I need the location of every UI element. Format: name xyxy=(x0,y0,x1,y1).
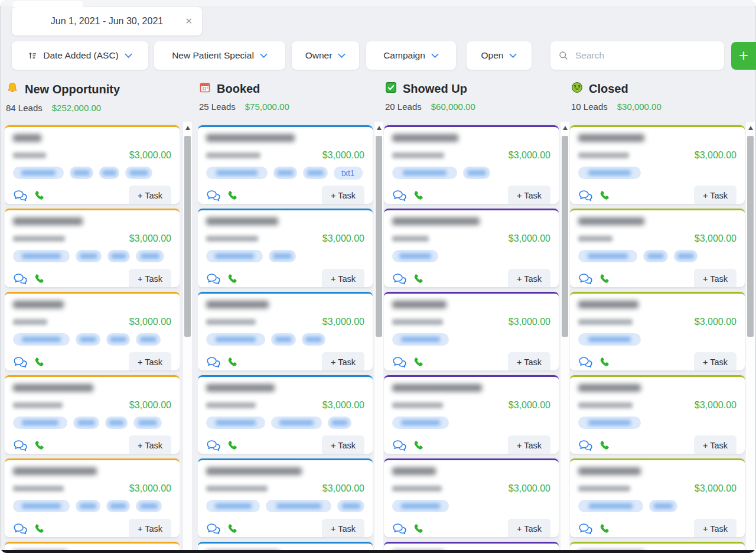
lead-card[interactable]: $3,000.00+ Task xyxy=(570,458,745,537)
chat-icon[interactable] xyxy=(206,356,221,369)
close-icon[interactable]: ✕ xyxy=(185,16,193,27)
chat-icon[interactable] xyxy=(13,440,28,452)
add-task-button[interactable]: + Task xyxy=(129,519,171,537)
phone-icon[interactable] xyxy=(412,190,425,202)
column-scrollbar[interactable] xyxy=(746,122,755,553)
owner-filter-dropdown[interactable]: Owner xyxy=(292,41,359,70)
lead-card[interactable]: $3,000.00+ Task xyxy=(384,375,559,454)
phone-icon[interactable] xyxy=(598,523,611,535)
add-task-button[interactable]: + Task xyxy=(129,186,171,204)
lead-card[interactable]: $3,000.00+ Task xyxy=(198,458,373,537)
lead-card[interactable]: $3,000.00+ Task xyxy=(198,292,373,370)
chat-icon[interactable] xyxy=(13,523,28,535)
chat-icon[interactable] xyxy=(206,273,221,285)
add-task-button[interactable]: + Task xyxy=(322,269,364,287)
lead-card[interactable]: $3,000.00+ Task xyxy=(5,458,180,537)
add-task-button[interactable]: + Task xyxy=(508,435,550,454)
chat-icon[interactable] xyxy=(578,273,593,285)
lead-card[interactable]: $3,000.00+ Task xyxy=(5,125,180,204)
add-task-button[interactable]: + Task xyxy=(694,352,737,370)
chat-icon[interactable] xyxy=(578,440,593,452)
chat-icon[interactable] xyxy=(392,190,407,202)
scrollbar-thumb[interactable] xyxy=(184,136,191,337)
scroll-up-arrow-icon[interactable] xyxy=(377,126,382,130)
lead-card[interactable]: $3,000.00+ Task xyxy=(570,209,745,287)
date-range-chip[interactable]: Jun 1, 2021 - Jun 30, 2021 ✕ xyxy=(12,7,202,35)
phone-icon[interactable] xyxy=(33,356,45,369)
lead-card[interactable]: $3,000.00+ Task xyxy=(198,209,373,287)
phone-icon[interactable] xyxy=(33,273,45,285)
chat-icon[interactable] xyxy=(206,190,221,202)
lead-card[interactable]: $3,000.00txt1+ Task xyxy=(198,125,373,204)
add-task-button[interactable]: + Task xyxy=(508,519,550,537)
column-scrollbar[interactable] xyxy=(374,122,383,553)
chat-icon[interactable] xyxy=(13,190,28,202)
scrollbar-thumb[interactable] xyxy=(747,136,754,337)
add-task-button[interactable]: + Task xyxy=(322,435,364,454)
add-task-button[interactable]: + Task xyxy=(694,269,737,287)
phone-icon[interactable] xyxy=(598,440,611,452)
add-task-button[interactable]: + Task xyxy=(129,269,171,287)
add-task-button[interactable]: + Task xyxy=(322,352,364,370)
add-task-button[interactable]: + Task xyxy=(694,435,737,454)
add-task-button[interactable]: + Task xyxy=(129,435,171,454)
chat-icon[interactable] xyxy=(392,523,407,535)
chat-icon[interactable] xyxy=(206,440,221,452)
scrollbar-thumb[interactable] xyxy=(562,136,568,337)
phone-icon[interactable] xyxy=(226,190,239,202)
phone-icon[interactable] xyxy=(33,440,45,452)
add-task-button[interactable]: + Task xyxy=(508,186,550,204)
add-task-button[interactable]: + Task xyxy=(508,269,550,287)
scroll-up-arrow-icon[interactable] xyxy=(563,126,568,130)
column-scrollbar[interactable] xyxy=(183,122,192,553)
phone-icon[interactable] xyxy=(412,356,425,369)
lead-card[interactable]: $3,000.00+ Task xyxy=(384,125,559,204)
phone-icon[interactable] xyxy=(412,440,425,452)
campaign-filter-dropdown[interactable]: Campaign xyxy=(366,41,456,70)
add-task-button[interactable]: + Task xyxy=(694,186,737,204)
phone-icon[interactable] xyxy=(598,356,611,369)
lead-card[interactable]: $3,000.00+ Task xyxy=(570,292,745,370)
lead-card[interactable]: $3,000.00+ Task xyxy=(570,375,745,454)
add-task-button[interactable]: + Task xyxy=(694,519,737,537)
lead-card[interactable]: $3,000.00+ Task xyxy=(5,375,180,454)
chat-icon[interactable] xyxy=(578,356,593,369)
phone-icon[interactable] xyxy=(412,273,425,285)
phone-icon[interactable] xyxy=(412,523,425,535)
lead-card[interactable]: $3,000.00+ Task xyxy=(384,458,559,537)
lead-card[interactable]: $3,000.00+ Task xyxy=(384,209,559,287)
phone-icon[interactable] xyxy=(226,273,239,285)
lead-card[interactable]: $3,000.00+ Task xyxy=(198,375,373,454)
phone-icon[interactable] xyxy=(226,440,239,452)
scroll-up-arrow-icon[interactable] xyxy=(185,126,190,130)
chat-icon[interactable] xyxy=(13,356,28,369)
status-filter-dropdown[interactable]: Open xyxy=(467,41,532,70)
search-input[interactable] xyxy=(574,50,716,61)
add-lead-button[interactable]: + xyxy=(731,42,756,70)
lead-card[interactable]: $3,000.00+ Task xyxy=(5,209,180,287)
add-task-button[interactable]: + Task xyxy=(129,352,171,370)
add-task-button[interactable]: + Task xyxy=(508,352,550,370)
scroll-up-arrow-icon[interactable] xyxy=(748,126,753,130)
chat-icon[interactable] xyxy=(206,523,221,535)
phone-icon[interactable] xyxy=(33,523,45,535)
add-task-button[interactable]: + Task xyxy=(322,186,364,204)
chat-icon[interactable] xyxy=(392,440,407,452)
lead-card[interactable]: $3,000.00+ Task xyxy=(5,292,180,370)
column-scrollbar[interactable] xyxy=(561,122,569,553)
chat-icon[interactable] xyxy=(392,356,407,369)
chat-icon[interactable] xyxy=(13,273,28,285)
scrollbar-thumb[interactable] xyxy=(376,136,382,337)
phone-icon[interactable] xyxy=(598,190,611,202)
chat-icon[interactable] xyxy=(392,273,407,285)
chat-icon[interactable] xyxy=(578,523,593,535)
lead-card[interactable]: $3,000.00+ Task xyxy=(384,292,559,370)
add-task-button[interactable]: + Task xyxy=(322,519,364,537)
lead-card[interactable]: $3,000.00+ Task xyxy=(570,125,745,204)
phone-icon[interactable] xyxy=(226,523,239,535)
sort-dropdown[interactable]: Date Added (ASC) xyxy=(12,41,148,70)
phone-icon[interactable] xyxy=(226,356,239,369)
chat-icon[interactable] xyxy=(578,190,593,202)
search-box[interactable] xyxy=(550,41,724,70)
pipeline-filter-dropdown[interactable]: New Patient Special xyxy=(154,41,285,70)
